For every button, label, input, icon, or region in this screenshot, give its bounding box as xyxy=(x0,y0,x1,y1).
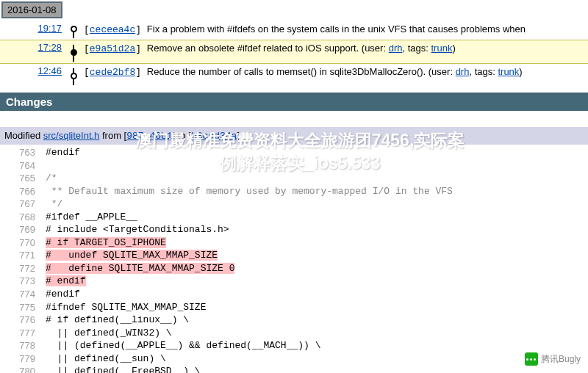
code-text: # if TARGET_OS_IPHONE xyxy=(46,237,166,248)
code-text: ** Default maximum size of memory used b… xyxy=(46,186,453,197)
line-number: 779 xyxy=(0,352,46,366)
line-number: 768 xyxy=(0,211,46,224)
modified-file-link[interactable]: src/sqliteInt.h xyxy=(43,130,100,141)
code-line: 780 || defined(__FreeBSD__) \ xyxy=(0,365,588,373)
code-text: || defined(__sun) \ xyxy=(46,353,166,364)
code-text: # endif xyxy=(46,275,86,286)
commit-time-link[interactable]: 17:28 xyxy=(37,42,62,53)
commit-message: Remove an obsolete #ifdef related to iOS… xyxy=(147,43,359,54)
code-text: #endif xyxy=(46,147,80,158)
watermark: 腾讯Bugly xyxy=(525,352,581,366)
code-text: #endif xyxy=(46,289,80,300)
code-text: || (defined(__APPLE__) && defined(__MACH… xyxy=(46,340,320,351)
line-number: 774 xyxy=(0,288,46,301)
code-text: /* xyxy=(46,173,57,184)
wechat-icon xyxy=(525,352,538,366)
code-line: 763#endif xyxy=(0,146,588,159)
commit-user-link[interactable]: drh xyxy=(456,66,470,77)
commit-time-link[interactable]: 19:17 xyxy=(37,23,62,34)
code-line: 775#ifndef SQLITE_MAX_MMAP_SIZE xyxy=(0,301,588,314)
commit-description: [cede2bf8] Reduce the number of calls to… xyxy=(81,65,588,79)
code-line: 770# if TARGET_OS_IPHONE xyxy=(0,236,588,250)
line-number: 769 xyxy=(0,223,46,236)
code-line: 777 || defined(_WIN32) \ xyxy=(0,327,588,340)
commit-tag-link[interactable]: trunk xyxy=(431,43,452,54)
modified-from-hash[interactable]: 987b46b1 xyxy=(126,131,172,142)
line-number: 767 xyxy=(0,198,46,211)
modified-to-hash[interactable]: b8ccd34a xyxy=(191,131,237,142)
code-text: #ifdef __APPLE__ xyxy=(46,211,137,222)
line-number: 776 xyxy=(0,314,46,327)
line-number: 770 xyxy=(0,236,46,250)
code-line: 765/* xyxy=(0,172,588,185)
code-text: */ xyxy=(46,198,62,209)
commit-description: [e9a51d2a] Remove an obsolete #ifdef rel… xyxy=(81,42,588,56)
commit-user-link[interactable]: drh xyxy=(389,43,403,54)
timeline-row: 17:28[e9a51d2a] Remove an obsolete #ifde… xyxy=(0,40,588,64)
code-line: 774#endif xyxy=(0,288,588,301)
commit-hash-link[interactable]: e9a51d2a xyxy=(90,43,135,54)
line-number: 765 xyxy=(0,172,46,185)
watermark-text: 腾讯Bugly xyxy=(541,353,581,366)
code-line: 779 || defined(__sun) \ xyxy=(0,352,588,366)
commit-message: Fix a problem with #ifdefs on the system… xyxy=(147,23,526,35)
modified-line: Modified src/sqliteInt.h from [987b46b1]… xyxy=(0,127,588,145)
line-number: 771 xyxy=(0,249,46,262)
commit-hash-link[interactable]: cede2bf8 xyxy=(90,67,135,78)
code-text: # include <TargetConditionals.h> xyxy=(46,224,229,235)
line-number: 763 xyxy=(0,146,46,159)
line-number: 772 xyxy=(0,262,46,275)
timeline-row: 12:46[cede2bf8] Reduce the number of cal… xyxy=(0,64,588,87)
line-number: 773 xyxy=(0,275,46,288)
commit-time-link[interactable]: 12:46 xyxy=(37,65,62,76)
commit-description: [ceceea4c] Fix a problem with #ifdefs on… xyxy=(81,23,588,37)
modified-mid: from xyxy=(99,130,123,141)
code-line: 767 */ xyxy=(0,198,588,211)
code-line: 766 ** Default maximum size of memory us… xyxy=(0,185,588,198)
code-line: 771# undef SQLITE_MAX_MMAP_SIZE xyxy=(0,249,588,262)
modified-end: . xyxy=(240,130,243,141)
line-number: 778 xyxy=(0,339,46,352)
graph-node xyxy=(66,23,81,38)
changes-header: Changes xyxy=(0,93,588,111)
timeline-row: 19:17[ceceea4c] Fix a problem with #ifde… xyxy=(0,21,588,40)
commit-message: Reduce the number of calls to memset() i… xyxy=(147,66,426,77)
line-number: 780 xyxy=(0,365,46,373)
code-text: || defined(__FreeBSD__) \ xyxy=(46,366,201,373)
code-line: 764 xyxy=(0,159,588,173)
code-line: 768#ifdef __APPLE__ xyxy=(0,211,588,224)
code-line: 769# include <TargetConditionals.h> xyxy=(0,223,588,236)
line-number: 775 xyxy=(0,301,46,314)
graph-node xyxy=(66,42,81,62)
code-line: 776# if defined(__linux__) \ xyxy=(0,314,588,327)
commit-tag-link[interactable]: trunk xyxy=(498,66,519,77)
code-text: # undef SQLITE_MAX_MMAP_SIZE xyxy=(46,250,218,261)
code-text: #ifndef SQLITE_MAX_MMAP_SIZE xyxy=(46,302,206,313)
code-text: # if defined(__linux__) \ xyxy=(46,314,189,325)
modified-pre: Modified xyxy=(4,130,43,141)
line-number: 777 xyxy=(0,327,46,340)
line-number: 766 xyxy=(0,185,46,198)
graph-node xyxy=(66,65,81,85)
code-text: || defined(_WIN32) \ xyxy=(46,327,172,338)
commit-hash-link[interactable]: ceceea4c xyxy=(90,24,135,35)
timeline: 19:17[ceceea4c] Fix a problem with #ifde… xyxy=(0,21,588,87)
code-line: 773# endif xyxy=(0,275,588,288)
code-line: 778 || (defined(__APPLE__) && defined(__… xyxy=(0,339,588,352)
code-line: 772# define SQLITE_MAX_MMAP_SIZE 0 xyxy=(0,262,588,275)
date-badge: 2016-01-08 xyxy=(1,1,62,18)
code-text: # define SQLITE_MAX_MMAP_SIZE 0 xyxy=(46,263,234,274)
modified-mid2: to xyxy=(175,130,188,141)
code-diff: 763#endif764765/*766 ** Default maximum … xyxy=(0,146,588,373)
line-number: 764 xyxy=(0,159,46,173)
